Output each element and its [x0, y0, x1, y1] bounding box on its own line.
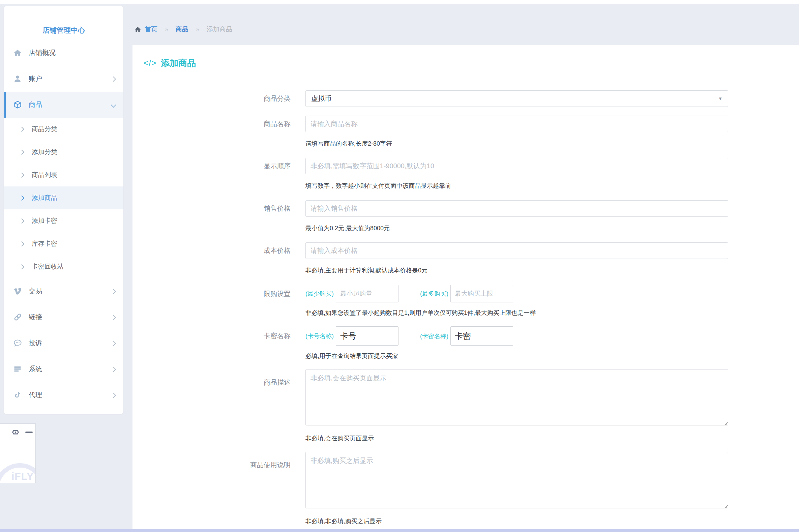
- desc-textarea[interactable]: [305, 369, 728, 425]
- sidebar-item-account[interactable]: 账户: [4, 66, 123, 92]
- card-secret-tag: (卡密名称): [420, 332, 449, 340]
- form-row-order: 显示顺序 填写数字，数字越小则在支付页面中该商品显示越靠前: [133, 158, 799, 190]
- name-input[interactable]: [305, 116, 728, 132]
- sidebar-item-overview[interactable]: 店铺概况: [4, 40, 123, 66]
- form-row-category: 商品分类 虚拟币 ▼: [133, 90, 799, 107]
- order-help: 填写数字，数字越小则在支付页面中该商品显示越靠前: [305, 182, 799, 190]
- sidebar-item-agent[interactable]: 代理: [4, 382, 123, 408]
- category-selected-value: 虚拟币: [311, 94, 331, 103]
- content-card: </> 添加商品 商品分类 虚拟币 ▼ 商品名称 请填写商品的: [133, 45, 799, 530]
- price-input[interactable]: [305, 200, 728, 217]
- limit-max-input[interactable]: [451, 285, 513, 302]
- minimize-icon[interactable]: [25, 432, 33, 433]
- usage-help: 非必填,非必填,购买之后显示: [305, 517, 799, 525]
- home-icon: [13, 48, 23, 58]
- chevron-down-icon: [111, 102, 116, 108]
- sidebar-item-complaint[interactable]: 投诉: [4, 330, 123, 356]
- form-row-desc: 商品描述 非必填,会在购买页面显示: [133, 369, 799, 442]
- floating-widget: iFLY: [0, 423, 36, 483]
- limit-help: 非必填,如果您设置了最小起购数目是1,则用户单次仅可购买1件,最大购买上限也是一…: [305, 309, 799, 317]
- form-row-cost: 成本价格 非必填,主要用于计算利润,默认成本价格是0元: [133, 242, 799, 274]
- bottom-scrollbar[interactable]: [0, 529, 799, 532]
- ifly-logo: iFLY: [12, 471, 34, 482]
- cost-input[interactable]: [305, 242, 728, 259]
- chevron-right-icon: [111, 341, 116, 346]
- chevron-right-icon: [111, 289, 116, 294]
- name-label: 商品名称: [133, 116, 291, 148]
- vimeo-icon: [13, 287, 23, 296]
- chevron-right-icon: [111, 315, 116, 320]
- top-strip: [0, 0, 799, 4]
- home-icon: [134, 26, 141, 33]
- order-label: 显示顺序: [133, 158, 291, 190]
- comment-icon: [13, 339, 23, 348]
- usage-textarea[interactable]: [305, 452, 728, 508]
- sidebar-title: 店铺管理中心: [4, 6, 123, 40]
- usage-label: 商品使用说明: [133, 452, 291, 525]
- chevron-right-icon: [19, 127, 25, 132]
- chevron-right-icon: [19, 172, 25, 178]
- cube-icon: [13, 100, 23, 110]
- chevron-right-icon: [19, 218, 25, 224]
- code-icon: </>: [144, 59, 157, 68]
- sidebar-item-label: 链接: [28, 312, 112, 322]
- form-row-name: 商品名称 请填写商品的名称,长度2-80字符: [133, 116, 799, 148]
- chevron-right-icon: [111, 76, 116, 81]
- sidebar-subitem-add-card[interactable]: 添加卡密: [4, 209, 123, 232]
- user-icon: [13, 74, 23, 83]
- sidebar-item-label: 代理: [28, 391, 112, 399]
- cardname-label: 卡密名称: [133, 326, 291, 360]
- limit-min-input[interactable]: [336, 285, 399, 302]
- form-row-usage: 商品使用说明 非必填,非必填,购买之后显示: [133, 452, 799, 525]
- breadcrumb-current: 添加商品: [207, 25, 232, 34]
- card-no-tag: (卡号名称): [305, 332, 334, 340]
- card-no-input[interactable]: [336, 326, 399, 346]
- form-row-price: 销售价格 最小值为0.2元,最大值为8000元: [133, 200, 799, 232]
- sidebar-item-label: 交易: [28, 287, 112, 296]
- sidebar-item-label: 商品: [28, 100, 112, 109]
- gear-icon[interactable]: [11, 428, 20, 437]
- category-select[interactable]: 虚拟币 ▼: [305, 90, 728, 107]
- sidebar-subitem-card-stock[interactable]: 库存卡密: [4, 232, 123, 255]
- sidebar-subitem-card-recycle[interactable]: 卡密回收站: [4, 255, 123, 278]
- breadcrumb-separator: »: [165, 26, 168, 33]
- sidebar-item-label: 店铺概况: [28, 48, 115, 57]
- page: 店铺管理中心 店铺概况 账户 商品 商品分类 添: [0, 0, 799, 532]
- sidebar-item-system[interactable]: 系统: [4, 356, 123, 382]
- cost-help: 非必填,主要用于计算利润,默认成本价格是0元: [305, 266, 799, 274]
- breadcrumb-home-link[interactable]: 首页: [145, 25, 157, 34]
- form-row-limit: 限购设置 (最少购买) (最多购买) 非必填,如果您设置了最小起购数目是1,则用…: [133, 285, 799, 317]
- sidebar-subitem-product-category[interactable]: 商品分类: [4, 118, 123, 140]
- cardname-help: 必填,用于在查询结果页面提示买家: [305, 352, 799, 360]
- bars-icon: [13, 364, 23, 374]
- sidebar-item-label: 系统: [28, 364, 112, 374]
- chevron-right-icon: [111, 366, 116, 372]
- breadcrumb: 首页 » 商品 » 添加商品: [134, 25, 232, 34]
- page-title-text: 添加商品: [161, 57, 196, 69]
- desc-label: 商品描述: [133, 369, 291, 442]
- sidebar: 店铺管理中心 店铺概况 账户 商品 商品分类 添: [4, 6, 123, 414]
- chevron-right-icon: [19, 195, 25, 201]
- note-icon: [13, 391, 23, 400]
- link-icon: [13, 312, 23, 322]
- price-label: 销售价格: [133, 200, 291, 232]
- desc-help: 非必填,会在购买页面显示: [305, 434, 799, 442]
- price-help: 最小值为0.2元,最大值为8000元: [305, 224, 799, 232]
- chevron-right-icon: [19, 241, 25, 246]
- sidebar-item-trade[interactable]: 交易: [4, 278, 123, 304]
- breadcrumb-section-link[interactable]: 商品: [176, 25, 188, 34]
- page-title: </> 添加商品: [133, 45, 799, 69]
- sidebar-item-links[interactable]: 链接: [4, 304, 123, 330]
- sidebar-subitem-add-product[interactable]: 添加商品: [4, 186, 123, 209]
- sidebar-item-label: 投诉: [28, 339, 112, 347]
- breadcrumb-separator: »: [196, 26, 199, 33]
- card-secret-input[interactable]: [451, 326, 513, 346]
- cost-label: 成本价格: [133, 242, 291, 274]
- sidebar-subitem-product-list[interactable]: 商品列表: [4, 164, 123, 186]
- sidebar-subitem-add-category[interactable]: 添加分类: [4, 140, 123, 164]
- order-input[interactable]: [305, 158, 728, 174]
- sidebar-item-product[interactable]: 商品: [4, 92, 123, 118]
- sidebar-item-label: 账户: [28, 74, 112, 83]
- form-row-cardname: 卡密名称 (卡号名称) (卡密名称) 必填,用于在查询结果页面提示买家: [133, 326, 799, 360]
- limit-label: 限购设置: [133, 285, 291, 317]
